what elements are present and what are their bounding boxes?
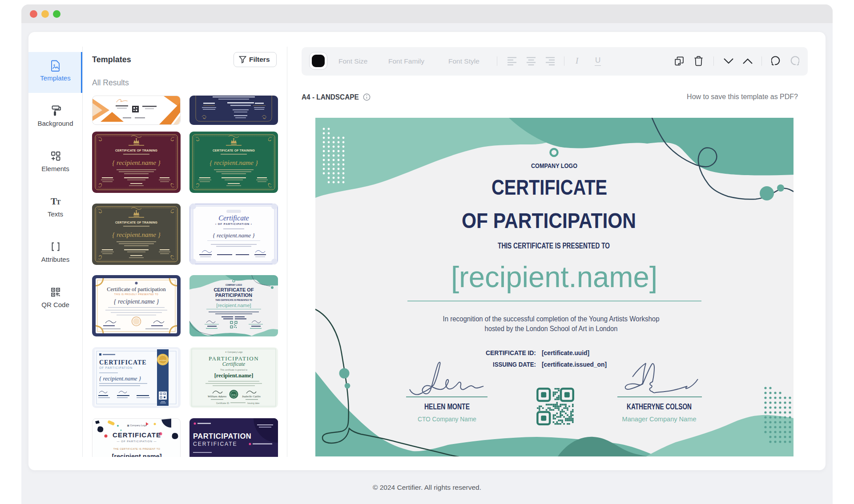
svg-text:CERTIFICATE: CERTIFICATE — [491, 176, 607, 199]
svg-text:COMPANY LOGO: COMPANY LOGO — [226, 284, 242, 286]
svg-text:HELEN MONTE: HELEN MONTE — [424, 402, 470, 411]
svg-text:{ recipient.name }: { recipient.name } — [99, 375, 141, 382]
svg-text:certified: certified — [159, 359, 167, 361]
svg-text:PARTICIPATION: PARTICIPATION — [193, 432, 251, 440]
svg-text:CTO Company Name: CTO Company Name — [418, 415, 476, 423]
svg-text:{ recipient.name }: { recipient.name } — [213, 232, 255, 239]
svg-text:{ recipient.name }: { recipient.name } — [114, 298, 159, 305]
svg-text:This certificate is granted to: This certificate is granted to — [220, 368, 247, 371]
svg-text:[certificate.uuid]: [certificate.uuid] — [542, 349, 589, 356]
svg-text:[recipient.name]: [recipient.name] — [216, 303, 251, 308]
svg-text:CERTIFICATE OF TRAINING: CERTIFICATE OF TRAINING — [213, 149, 255, 152]
svg-text:T: T — [56, 199, 60, 206]
svg-text:Manager Company Name: Manager Company Name — [622, 415, 697, 423]
svg-text:Certificate ID:: Certificate ID: — [216, 402, 230, 404]
svg-text:CERTIFICATE: CERTIFICATE — [113, 431, 161, 439]
svg-text:THIS CERTIFICATE IS PRESENTED: THIS CERTIFICATE IS PRESENTED TO — [215, 299, 252, 301]
svg-text:CERTIFICATE: CERTIFICATE — [99, 359, 147, 366]
svg-text:SEAL: SEAL — [231, 394, 236, 396]
svg-text:[certificate.issued_on]: [certificate.issued_on] — [542, 360, 607, 368]
svg-text:{ recipient.name }: { recipient.name } — [209, 159, 258, 166]
svg-text:hosted by the London School of: hosted by the London School of Art in Lo… — [485, 324, 618, 332]
svg-text:{ recipient.name }: { recipient.name } — [112, 231, 161, 238]
svg-text:CERTIFICATE OF TRAINING: CERTIFICATE OF TRAINING — [115, 149, 157, 152]
svg-text:KATHERYNE COLSON: KATHERYNE COLSON — [627, 402, 692, 411]
svg-text:THE CERTIFICATE IS PRESENT TO: THE CERTIFICATE IS PRESENT TO — [113, 448, 161, 450]
svg-text:THIS IS PROUDLY PRESENTED TO: THIS IS PROUDLY PRESENTED TO — [114, 293, 159, 296]
svg-text:CERTIFICATE ID:: CERTIFICATE ID: — [486, 349, 536, 356]
svg-text:COMPANY LOGO: COMPANY LOGO — [531, 162, 577, 169]
svg-text:ISSUING DATE:: ISSUING DATE: — [493, 360, 536, 368]
svg-text:In recognition of the successf: In recognition of the successful complet… — [443, 315, 660, 323]
svg-text:✦ Company Logo: ✦ Company Logo — [225, 351, 243, 353]
svg-text:Certificate of participation: Certificate of participation — [107, 286, 166, 292]
svg-text:Issuing date:: Issuing date: — [247, 402, 260, 404]
svg-text:[recipient.name]: [recipient.name] — [214, 372, 254, 379]
svg-text:Certificate: Certificate — [222, 361, 246, 367]
svg-text:[recipient.name]: [recipient.name] — [451, 260, 657, 293]
svg-text:[recipient.name]: [recipient.name] — [112, 453, 162, 457]
svg-text:Isabelle Catlin: Isabelle Catlin — [242, 395, 261, 398]
svg-text:CERTIFICATE OF: CERTIFICATE OF — [214, 287, 254, 292]
svg-text:PARTICIPATION: PARTICIPATION — [215, 292, 252, 298]
svg-text:— OF PARTICIPATION —: — OF PARTICIPATION — — [117, 440, 157, 443]
svg-text:THIS CERTIFICATE IS PRESENTED: THIS CERTIFICATE IS PRESENTED TO — [498, 241, 610, 250]
svg-text:CERTIFICATE: CERTIFICATE — [193, 441, 238, 447]
svg-text:OF PARTICIPATION: OF PARTICIPATION — [99, 366, 133, 369]
svg-text:Certificate: Certificate — [218, 214, 249, 222]
svg-text:William Adams: William Adams — [208, 395, 227, 398]
svg-text:▣ Company Logo: ▣ Company Logo — [127, 424, 146, 427]
svg-text:• OF PARTICIPATION •: • OF PARTICIPATION • — [215, 223, 252, 225]
svg-text:CERTIFICATE OF TRAINING: CERTIFICATE OF TRAINING — [115, 221, 157, 224]
svg-text:{ recipient.name }: { recipient.name } — [112, 159, 161, 166]
svg-text:OF PARTICIPATION: OF PARTICIPATION — [462, 209, 636, 232]
